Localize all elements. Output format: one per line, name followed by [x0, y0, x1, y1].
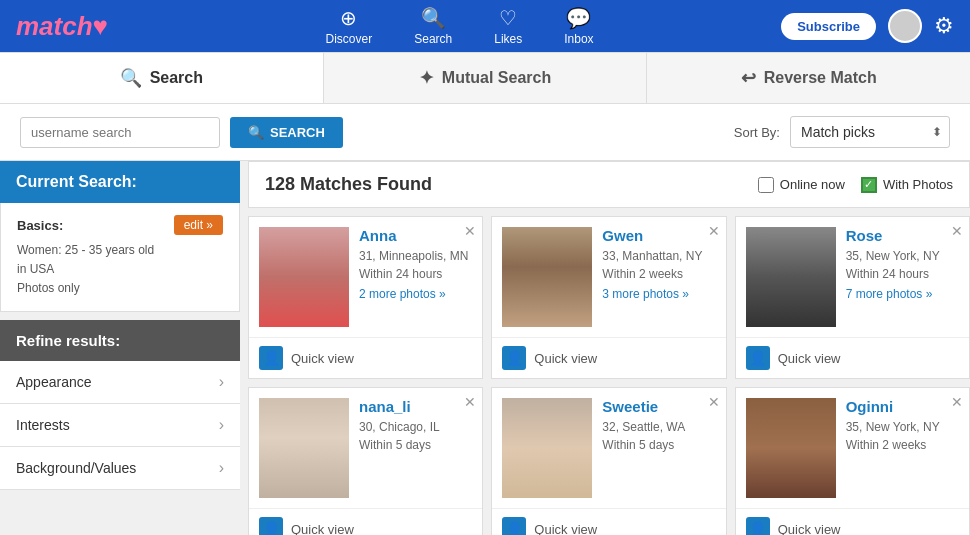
results-count: 128 Matches Found: [265, 174, 758, 195]
nav-item-search[interactable]: 🔍 Search: [398, 0, 468, 52]
quick-view-bar-nana_li[interactable]: 👤 Quick view: [249, 508, 482, 535]
profile-photo-sweetie: [502, 398, 592, 498]
quick-view-icon-gwen: 👤: [502, 346, 526, 370]
profile-meta-nana_li: 30, Chicago, ILWithin 5 days: [359, 418, 472, 454]
nav-label-discover: Discover: [326, 32, 373, 46]
profile-meta-rose: 35, New York, NYWithin 24 hours: [846, 247, 959, 283]
profile-meta-oginni: 35, New York, NYWithin 2 weeks: [846, 418, 959, 454]
quick-view-bar-sweetie[interactable]: 👤 Quick view: [492, 508, 725, 535]
quick-view-label-gwen: Quick view: [534, 351, 597, 366]
profile-card-gwen: ✕ Gwen 33, Manhattan, NYWithin 2 weeks 3…: [491, 216, 726, 379]
card-info-anna: Anna 31, Minneapolis, MNWithin 24 hours …: [359, 227, 472, 327]
quick-view-bar-rose[interactable]: 👤 Quick view: [736, 337, 969, 378]
refine-background-label: Background/Values: [16, 460, 136, 476]
discover-icon: ⊕: [340, 6, 357, 30]
criteria-1: in USA: [17, 260, 223, 279]
tab-search-label: Search: [150, 69, 203, 87]
card-info-rose: Rose 35, New York, NYWithin 24 hours 7 m…: [846, 227, 959, 327]
profile-name-anna[interactable]: Anna: [359, 227, 397, 244]
nav-item-discover[interactable]: ⊕ Discover: [310, 0, 389, 52]
close-button-nana_li[interactable]: ✕: [464, 394, 476, 410]
card-top-nana_li: nana_li 30, Chicago, ILWithin 5 days: [249, 388, 482, 508]
photos-link-rose[interactable]: 7 more photos »: [846, 287, 959, 301]
refine-item-interests[interactable]: Interests ›: [0, 404, 240, 447]
profile-name-oginni[interactable]: Oginni: [846, 398, 894, 415]
photos-link-anna[interactable]: 2 more photos »: [359, 287, 472, 301]
with-photos-filter[interactable]: ✓ With Photos: [861, 177, 953, 193]
avatar[interactable]: [888, 9, 922, 43]
tab-mutual-search[interactable]: ✦ Mutual Search: [324, 53, 648, 103]
profile-card-anna: ✕ Anna 31, Minneapolis, MNWithin 24 hour…: [248, 216, 483, 379]
with-photos-label: With Photos: [883, 177, 953, 192]
profile-name-sweetie[interactable]: Sweetie: [602, 398, 658, 415]
card-top-rose: Rose 35, New York, NYWithin 24 hours 7 m…: [736, 217, 969, 337]
profile-name-gwen[interactable]: Gwen: [602, 227, 643, 244]
with-photos-checked-icon: ✓: [861, 177, 877, 193]
profile-card-nana_li: ✕ nana_li 30, Chicago, ILWithin 5 days 👤…: [248, 387, 483, 535]
search-criteria: Women: 25 - 35 years old in USA Photos o…: [17, 241, 223, 299]
logo-text: match: [16, 11, 93, 41]
close-button-anna[interactable]: ✕: [464, 223, 476, 239]
close-button-rose[interactable]: ✕: [951, 223, 963, 239]
quick-view-icon-rose: 👤: [746, 346, 770, 370]
refine-appearance-label: Appearance: [16, 374, 92, 390]
card-info-nana_li: nana_li 30, Chicago, ILWithin 5 days: [359, 398, 472, 498]
nav-item-inbox[interactable]: 💬 Inbox: [548, 0, 609, 52]
tab-search[interactable]: 🔍 Search: [0, 53, 324, 103]
quick-view-bar-oginni[interactable]: 👤 Quick view: [736, 508, 969, 535]
basics-row: Basics: edit: [17, 215, 223, 235]
profile-photo-rose: [746, 227, 836, 327]
gear-icon[interactable]: ⚙: [934, 13, 954, 39]
nav-item-likes[interactable]: ♡ Likes: [478, 0, 538, 52]
tab-mutual-label: Mutual Search: [442, 69, 551, 87]
likes-icon: ♡: [499, 6, 517, 30]
card-top-gwen: Gwen 33, Manhattan, NYWithin 2 weeks 3 m…: [492, 217, 725, 337]
close-button-gwen[interactable]: ✕: [708, 223, 720, 239]
quick-view-icon-oginni: 👤: [746, 517, 770, 535]
logo-heart: ♥: [93, 11, 108, 41]
profile-photo-oginni: [746, 398, 836, 498]
tab-reverse-label: Reverse Match: [764, 69, 877, 87]
logo[interactable]: match♥: [16, 11, 108, 42]
card-info-sweetie: Sweetie 32, Seattle, WAWithin 5 days: [602, 398, 715, 498]
profile-photo-anna: [259, 227, 349, 327]
profile-meta-anna: 31, Minneapolis, MNWithin 24 hours: [359, 247, 472, 283]
quick-view-icon-anna: 👤: [259, 346, 283, 370]
edit-button[interactable]: edit: [174, 215, 223, 235]
basics-label: Basics:: [17, 218, 63, 233]
close-button-sweetie[interactable]: ✕: [708, 394, 720, 410]
criteria-2: Photos only: [17, 279, 223, 298]
username-search-input[interactable]: [20, 117, 220, 148]
profile-card-rose: ✕ Rose 35, New York, NYWithin 24 hours 7…: [735, 216, 970, 379]
refine-item-background[interactable]: Background/Values ›: [0, 447, 240, 490]
sort-select[interactable]: Match picks Newest members Recently acti…: [790, 116, 950, 148]
current-search-body: Basics: edit Women: 25 - 35 years old in…: [0, 203, 240, 312]
search-btn-icon: 🔍: [248, 125, 264, 140]
profile-name-rose[interactable]: Rose: [846, 227, 883, 244]
refine-item-appearance[interactable]: Appearance ›: [0, 361, 240, 404]
card-info-oginni: Oginni 35, New York, NYWithin 2 weeks: [846, 398, 959, 498]
card-info-gwen: Gwen 33, Manhattan, NYWithin 2 weeks 3 m…: [602, 227, 715, 327]
tab-reverse-match[interactable]: ↩ Reverse Match: [647, 53, 970, 103]
chevron-icon-background: ›: [219, 459, 224, 477]
close-button-oginni[interactable]: ✕: [951, 394, 963, 410]
sidebar: Current Search: Basics: edit Women: 25 -…: [0, 161, 240, 535]
profile-card-sweetie: ✕ Sweetie 32, Seattle, WAWithin 5 days 👤…: [491, 387, 726, 535]
online-now-checkbox[interactable]: [758, 177, 774, 193]
quick-view-bar-anna[interactable]: 👤 Quick view: [249, 337, 482, 378]
nav-label-search: Search: [414, 32, 452, 46]
profile-card-oginni: ✕ Oginni 35, New York, NYWithin 2 weeks …: [735, 387, 970, 535]
online-now-label: Online now: [780, 177, 845, 192]
search-bar-row: 🔍 SEARCH Sort By: Match picks Newest mem…: [0, 104, 970, 161]
nav-items: ⊕ Discover 🔍 Search ♡ Likes 💬 Inbox: [138, 0, 781, 52]
photos-link-gwen[interactable]: 3 more photos »: [602, 287, 715, 301]
online-now-filter[interactable]: Online now: [758, 177, 845, 193]
search-button[interactable]: 🔍 SEARCH: [230, 117, 343, 148]
main-content: Current Search: Basics: edit Women: 25 -…: [0, 161, 970, 535]
profile-name-nana_li[interactable]: nana_li: [359, 398, 411, 415]
inbox-icon: 💬: [566, 6, 591, 30]
chevron-icon-appearance: ›: [219, 373, 224, 391]
subscribe-button[interactable]: Subscribe: [781, 13, 876, 40]
profile-meta-gwen: 33, Manhattan, NYWithin 2 weeks: [602, 247, 715, 283]
quick-view-bar-gwen[interactable]: 👤 Quick view: [492, 337, 725, 378]
